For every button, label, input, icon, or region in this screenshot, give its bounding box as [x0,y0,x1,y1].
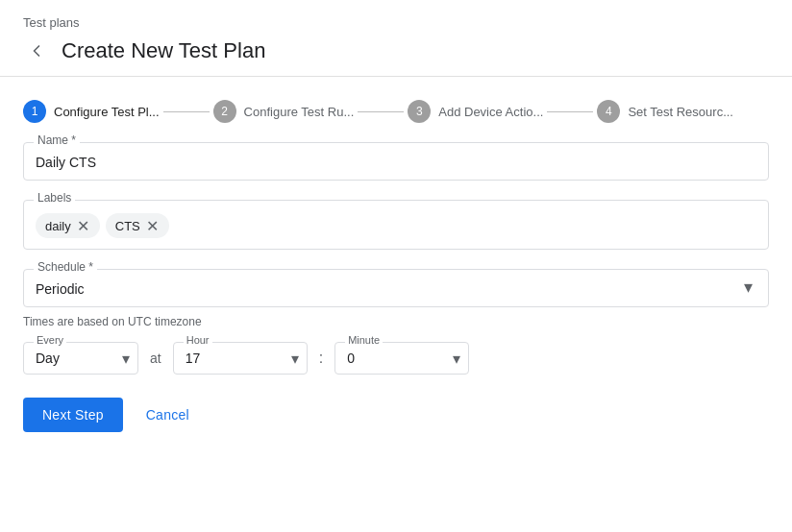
minute-label: Minute [345,334,383,346]
chip-daily: daily ✕ [36,213,100,238]
every-select[interactable]: Day Hour Week [36,351,103,366]
minute-dropdown-icon: ▾ [453,350,460,368]
chip-daily-text: daily [45,219,71,233]
name-input[interactable] [36,151,756,170]
chip-cts-remove[interactable]: ✕ [144,217,161,234]
step-4-label: Set Test Resourc... [628,105,733,119]
step-1-label: Configure Test Pl... [54,105,160,119]
step-connector-1 [163,111,210,112]
cancel-button[interactable]: Cancel [138,398,197,432]
step-2: 2 Configure Test Ru... [213,100,355,123]
hour-select[interactable]: 17 0 1 2 3 [186,351,272,366]
schedule-select[interactable]: Periodic One-time [36,278,756,297]
labels-field-group: Labels daily ✕ CTS ✕ [23,200,769,250]
colon-separator: : [319,350,323,367]
labels-label: Labels [34,191,75,205]
name-field-group: Name * [23,142,769,181]
every-group: Every Day Hour Week ▾ [23,342,138,375]
stepper: 1 Configure Test Pl... 2 Configure Test … [0,92,792,142]
form: Name * Labels daily ✕ CTS ✕ Schedule * P… [0,142,792,375]
header-divider [0,76,792,77]
step-2-circle: 2 [213,100,236,123]
hour-label: Hour [184,334,212,346]
chip-daily-remove[interactable]: ✕ [75,217,92,234]
next-step-button[interactable]: Next Step [23,398,123,432]
hour-group: Hour 17 0 1 2 3 ▾ [173,342,308,375]
step-1-circle: 1 [23,100,46,123]
step-connector-3 [547,111,593,112]
step-3-label: Add Device Actio... [438,105,543,119]
periodic-row: Every Day Hour Week ▾ at Hour 17 0 1 2 3… [23,342,769,375]
step-3-circle: 3 [408,100,431,123]
minute-select[interactable]: 0 5 10 15 30 [347,351,433,366]
labels-container: daily ✕ CTS ✕ [36,208,756,239]
chip-cts-text: CTS [115,219,140,233]
timezone-note: Times are based on UTC timezone [23,315,769,328]
actions-row: Next Step Cancel [0,398,792,432]
name-label: Name * [34,133,80,147]
schedule-label: Schedule * [34,260,97,274]
page-title: Create New Test Plan [62,38,265,63]
at-label: at [150,351,161,366]
breadcrumb: Test plans [0,0,792,30]
schedule-select-wrapper: Periodic One-time ▾ [36,278,756,297]
step-4: 4 Set Test Resourc... [597,100,733,123]
schedule-field-group: Schedule * Periodic One-time ▾ [23,269,769,307]
back-button[interactable] [23,37,50,64]
every-label: Every [34,334,66,346]
step-3: 3 Add Device Actio... [408,100,543,123]
every-dropdown-icon: ▾ [122,350,130,368]
hour-dropdown-icon: ▾ [291,350,299,368]
chip-cts: CTS ✕ [106,213,169,238]
step-1: 1 Configure Test Pl... [23,100,160,123]
step-2-label: Configure Test Ru... [244,105,355,119]
minute-group: Minute 0 5 10 15 30 ▾ [334,342,469,375]
step-4-circle: 4 [597,100,620,123]
step-connector-2 [358,111,404,112]
